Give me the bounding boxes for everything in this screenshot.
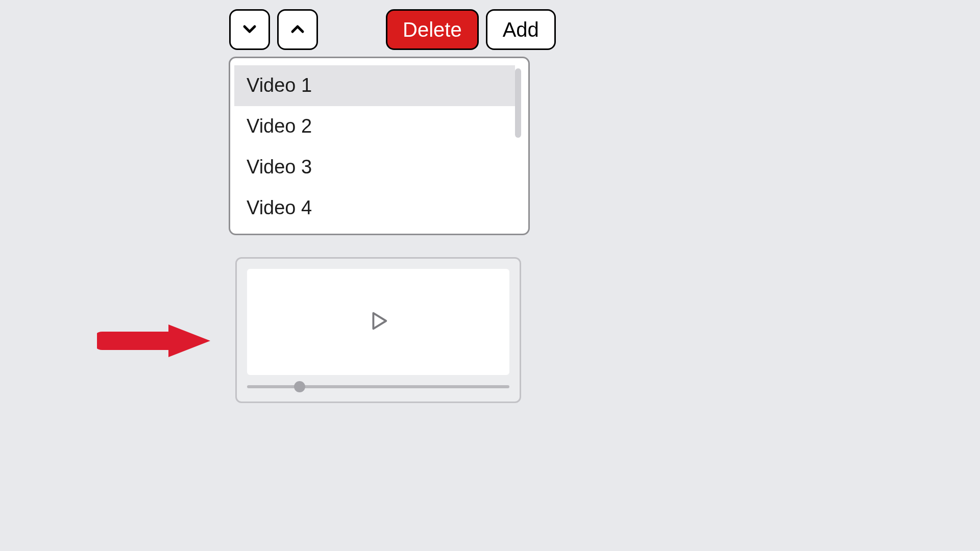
add-button[interactable]: Add	[486, 9, 556, 50]
playlist-item[interactable]: Video 1	[234, 65, 515, 106]
toolbar: Delete Add	[229, 9, 556, 50]
video-player-panel	[235, 257, 521, 403]
video-surface[interactable]	[247, 269, 509, 375]
playlist-item[interactable]: Video 4	[234, 188, 515, 229]
scrollbar[interactable]	[515, 68, 521, 222]
playlist-item-label: Video 2	[247, 115, 312, 137]
playlist-item[interactable]: Video 2	[234, 106, 515, 147]
playlist-panel: Video 1 Video 2 Video 3 Video 4	[229, 57, 530, 235]
svg-marker-0	[373, 313, 386, 329]
playlist-item-label: Video 1	[247, 74, 312, 96]
delete-button[interactable]: Delete	[386, 9, 479, 50]
scrollbar-thumb[interactable]	[515, 68, 521, 138]
move-down-button[interactable]	[229, 9, 270, 50]
annotation-arrow-icon	[97, 320, 213, 363]
progress-thumb[interactable]	[294, 381, 305, 392]
playlist-item-label: Video 3	[247, 156, 312, 178]
svg-marker-1	[168, 324, 210, 357]
playlist-item-label: Video 4	[247, 197, 312, 218]
move-up-button[interactable]	[277, 9, 318, 50]
play-icon	[366, 309, 390, 335]
playlist-items: Video 1 Video 2 Video 3 Video 4	[234, 65, 515, 227]
chevron-up-icon	[287, 19, 308, 41]
chevron-down-icon	[239, 19, 260, 41]
progress-slider[interactable]	[247, 385, 509, 388]
playlist-item[interactable]: Video 3	[234, 147, 515, 188]
